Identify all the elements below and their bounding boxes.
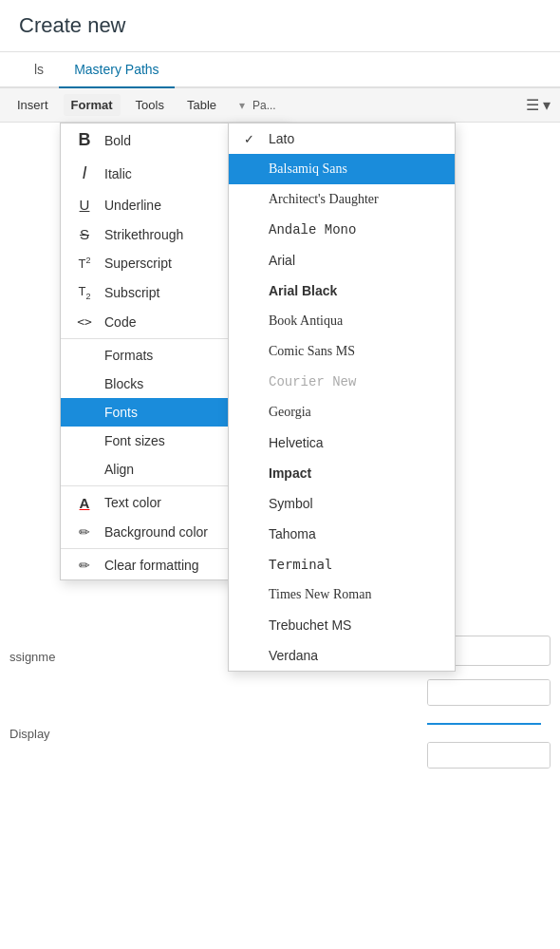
dropdown-arrow: ▾: [239, 99, 245, 112]
blue-underline-1: [427, 723, 541, 725]
font-item-tahoma[interactable]: Tahoma: [229, 519, 455, 549]
trebuchet-label: Trebuchet MS: [269, 617, 351, 633]
courier-label: Courier New: [269, 374, 356, 389]
font-item-arial-black[interactable]: Arial Black: [229, 275, 455, 306]
italic-icon: I: [74, 163, 95, 183]
tab-ls[interactable]: ls: [19, 52, 59, 88]
bold-icon: B: [74, 130, 95, 150]
bg-color-icon: ✏: [74, 524, 95, 540]
font-item-andale[interactable]: Andale Mono: [229, 215, 455, 245]
arial-label: Arial: [269, 253, 295, 268]
font-item-trebuchet[interactable]: Trebuchet MS: [229, 610, 455, 640]
strikethrough-icon: S: [74, 226, 95, 242]
impact-label: Impact: [269, 465, 311, 481]
display-spinner: ▲ ▼: [427, 742, 551, 769]
balsamiq-label: Balsamiq Sans: [269, 161, 347, 177]
font-item-courier[interactable]: Courier New: [229, 367, 455, 397]
font-item-comic-sans[interactable]: Comic Sans MS: [229, 336, 455, 367]
helvetica-label: Helvetica: [269, 435, 324, 450]
font-item-symbol[interactable]: Symbol: [229, 488, 455, 519]
text-color-icon: A: [74, 495, 95, 511]
underline-label: Underline: [104, 198, 244, 213]
font-item-balsamiq[interactable]: Balsamiq Sans: [229, 154, 455, 184]
format-button[interactable]: Format: [64, 94, 121, 116]
font-item-verdana[interactable]: Verdana: [229, 640, 455, 671]
tools-button[interactable]: Tools: [128, 94, 172, 116]
clear-formatting-icon: ✏: [74, 558, 95, 573]
spinner-value-input[interactable]: [428, 680, 551, 705]
font-item-georgia[interactable]: Georgia: [229, 397, 455, 427]
fonts-submenu: ✓ Lato Balsamiq Sans Architect's Daughte…: [228, 123, 456, 672]
page-title: Create new: [19, 13, 126, 37]
toolbar: Insert Format Tools Table ▾ Pa... ☰ ▾: [0, 88, 560, 123]
lato-label: Lato: [269, 131, 294, 146]
display-sidebar-label: Display: [9, 727, 50, 741]
assignment-spinner: ▲ ▼: [427, 679, 551, 706]
tab-mastery-paths[interactable]: Mastery Paths: [59, 52, 174, 88]
underline-icon: U: [74, 197, 95, 213]
top-bar: Create new: [0, 0, 560, 52]
bold-label: Bold: [104, 133, 245, 148]
display-spinner-value[interactable]: [428, 743, 551, 768]
tahoma-label: Tahoma: [269, 526, 316, 541]
font-item-arial[interactable]: Arial: [229, 245, 455, 275]
comic-sans-label: Comic Sans MS: [269, 344, 355, 359]
georgia-label: Georgia: [269, 405, 311, 420]
font-item-impact[interactable]: Impact: [229, 458, 455, 488]
insert-button[interactable]: Insert: [9, 94, 56, 116]
times-label: Times New Roman: [269, 587, 371, 602]
andale-label: Andale Mono: [269, 222, 356, 237]
font-item-lato[interactable]: ✓ Lato: [229, 123, 455, 154]
terminal-label: Terminal: [269, 557, 332, 572]
book-antiqua-label: Book Antiqua: [269, 313, 343, 329]
font-item-book-antiqua[interactable]: Book Antiqua: [229, 306, 455, 336]
tabs-row: ls Mastery Paths: [0, 52, 560, 88]
align-icon: ☰ ▾: [526, 96, 551, 114]
table-button[interactable]: Table: [179, 94, 224, 116]
font-item-terminal[interactable]: Terminal: [229, 549, 455, 579]
font-item-times[interactable]: Times New Roman: [229, 579, 455, 610]
para-label: Pa...: [252, 99, 276, 112]
arial-black-label: Arial Black: [269, 283, 337, 298]
lato-check: ✓: [244, 132, 259, 146]
verdana-label: Verdana: [269, 648, 318, 663]
architects-label: Architect's Daughter: [269, 192, 379, 207]
symbol-label: Symbol: [269, 496, 313, 511]
font-item-helvetica[interactable]: Helvetica: [229, 427, 455, 458]
font-item-architects[interactable]: Architect's Daughter: [229, 184, 455, 215]
code-icon: <>: [74, 314, 95, 329]
superscript-icon: T2: [74, 256, 95, 271]
subscript-icon: T2: [74, 284, 95, 301]
assignment-sidebar-label: ssignme: [9, 650, 55, 664]
